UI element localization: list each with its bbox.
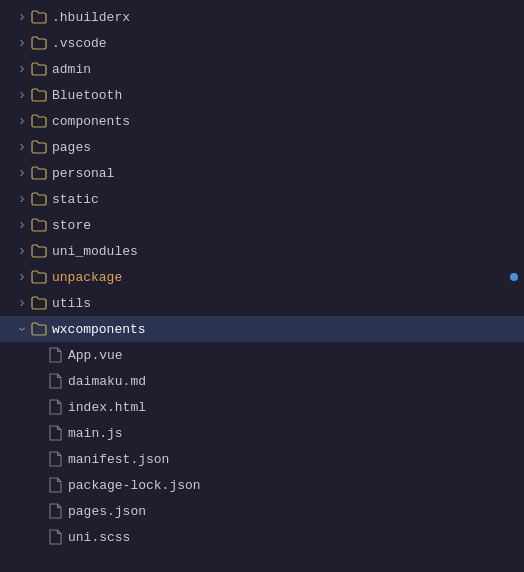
no-chevron <box>30 529 46 545</box>
folder-item-unpackage[interactable]: unpackage <box>0 264 524 290</box>
chevron-down-icon <box>14 321 30 337</box>
file-icon <box>46 424 64 442</box>
folder-item-pages[interactable]: pages <box>0 134 524 160</box>
folder-icon <box>30 8 48 26</box>
no-chevron <box>30 399 46 415</box>
file-label: pages.json <box>68 504 524 519</box>
no-chevron <box>30 451 46 467</box>
file-item-uni-scss[interactable]: uni.scss <box>0 524 524 550</box>
folder-icon <box>30 138 48 156</box>
file-icon <box>46 398 64 416</box>
folder-label: utils <box>52 296 524 311</box>
folder-label: wxcomponents <box>52 322 524 337</box>
folder-item-vscode[interactable]: .vscode <box>0 30 524 56</box>
folder-item-personal[interactable]: personal <box>0 160 524 186</box>
file-item-index-html[interactable]: index.html <box>0 394 524 420</box>
file-icon <box>46 476 64 494</box>
folder-item-components[interactable]: components <box>0 108 524 134</box>
chevron-right-icon <box>14 9 30 25</box>
folder-icon <box>30 190 48 208</box>
folder-icon <box>30 164 48 182</box>
no-chevron <box>30 425 46 441</box>
file-icon <box>46 372 64 390</box>
chevron-right-icon <box>14 35 30 51</box>
chevron-right-icon <box>14 243 30 259</box>
no-chevron <box>30 373 46 389</box>
file-item-app-vue[interactable]: App.vue <box>0 342 524 368</box>
folder-label: .hbuilderx <box>52 10 524 25</box>
no-chevron <box>30 477 46 493</box>
folder-label: uni_modules <box>52 244 524 259</box>
folder-item-admin[interactable]: admin <box>0 56 524 82</box>
no-chevron <box>30 347 46 363</box>
chevron-right-icon <box>14 295 30 311</box>
file-icon <box>46 502 64 520</box>
folder-label: unpackage <box>52 270 510 285</box>
folder-icon <box>30 216 48 234</box>
file-item-package-lock-json[interactable]: package-lock.json <box>0 472 524 498</box>
folder-icon <box>30 86 48 104</box>
chevron-right-icon <box>14 61 30 77</box>
folder-label: Bluetooth <box>52 88 524 103</box>
folder-icon <box>30 268 48 286</box>
file-item-manifest-json[interactable]: manifest.json <box>0 446 524 472</box>
file-label: daimaku.md <box>68 374 524 389</box>
file-icon <box>46 346 64 364</box>
folder-icon <box>30 242 48 260</box>
folder-icon <box>30 112 48 130</box>
folder-item-uni-modules[interactable]: uni_modules <box>0 238 524 264</box>
file-label: App.vue <box>68 348 524 363</box>
file-icon <box>46 528 64 546</box>
modified-dot-indicator <box>510 273 518 281</box>
folder-icon <box>30 294 48 312</box>
file-label: index.html <box>68 400 524 415</box>
folder-item-wxcomponents[interactable]: wxcomponents <box>0 316 524 342</box>
folder-open-icon <box>30 320 48 338</box>
folder-item-bluetooth[interactable]: Bluetooth <box>0 82 524 108</box>
file-item-pages-json[interactable]: pages.json <box>0 498 524 524</box>
file-label: manifest.json <box>68 452 524 467</box>
folder-label: static <box>52 192 524 207</box>
folder-label: components <box>52 114 524 129</box>
chevron-right-icon <box>14 165 30 181</box>
file-label: main.js <box>68 426 524 441</box>
file-item-daimaku-md[interactable]: daimaku.md <box>0 368 524 394</box>
folder-icon <box>30 34 48 52</box>
folder-item-static[interactable]: static <box>0 186 524 212</box>
folder-label: pages <box>52 140 524 155</box>
no-chevron <box>30 503 46 519</box>
chevron-right-icon <box>14 87 30 103</box>
file-tree: .hbuilderx .vscode admin Bluetooth <box>0 0 524 554</box>
folder-item-hbuilderx[interactable]: .hbuilderx <box>0 4 524 30</box>
folder-label: .vscode <box>52 36 524 51</box>
folder-item-store[interactable]: store <box>0 212 524 238</box>
file-icon <box>46 450 64 468</box>
folder-icon <box>30 60 48 78</box>
folder-label: store <box>52 218 524 233</box>
chevron-right-icon <box>14 191 30 207</box>
folder-item-utils[interactable]: utils <box>0 290 524 316</box>
chevron-right-icon <box>14 269 30 285</box>
folder-label: admin <box>52 62 524 77</box>
chevron-right-icon <box>14 217 30 233</box>
chevron-right-icon <box>14 113 30 129</box>
file-label: package-lock.json <box>68 478 524 493</box>
folder-label: personal <box>52 166 524 181</box>
file-label: uni.scss <box>68 530 524 545</box>
file-item-main-js[interactable]: main.js <box>0 420 524 446</box>
chevron-right-icon <box>14 139 30 155</box>
